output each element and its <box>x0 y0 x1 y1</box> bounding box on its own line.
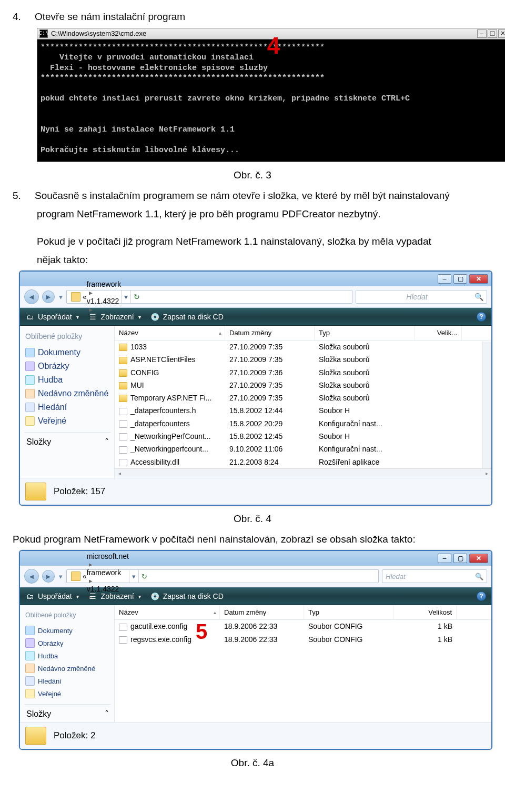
table-row[interactable]: MUI27.10.2009 7:35Složka souborů <box>115 379 491 392</box>
vertical-scrollbar[interactable] <box>482 342 491 468</box>
breadcrumb[interactable]: « microsoft.net▸framework▸v1.1.4322▸ ▾ ↻ <box>66 569 379 583</box>
table-row[interactable]: _dataperfcounters.h15.8.2002 12:44Soubor… <box>115 404 491 417</box>
table-row[interactable]: ASP.NETClientFiles27.10.2009 7:35Složka … <box>115 353 491 366</box>
sidebar-item[interactable]: Hudba <box>24 373 111 387</box>
sidebar-item[interactable]: Obrázky <box>24 637 111 649</box>
sidebar-item[interactable]: Dokumenty <box>24 346 111 359</box>
nav-history-dropdown[interactable]: ▾ <box>58 293 63 301</box>
nav-forward-button[interactable]: ► <box>42 290 55 303</box>
breadcrumb-segment[interactable]: v1.1.4322 <box>87 297 121 305</box>
listview-header[interactable]: Název ▴ Datum změny Typ Velikost <box>115 605 491 620</box>
sidebar-item[interactable]: Veřejné <box>24 414 111 428</box>
listview-header[interactable]: Název ▴ Datum změny Typ Velik... <box>115 326 491 340</box>
minimize-button[interactable]: – <box>438 274 451 284</box>
breadcrumb-prefix[interactable]: « <box>83 572 87 580</box>
search-input[interactable]: Hledat 🔍 <box>356 290 487 304</box>
table-row[interactable]: gacutil.exe.config18.9.2006 22:33Soubor … <box>115 620 491 633</box>
minimize-button[interactable]: – <box>477 29 487 38</box>
header-date[interactable]: Datum změny <box>220 605 304 619</box>
header-size[interactable]: Velikost <box>393 605 457 619</box>
toolbar-organise[interactable]: 🗂 Uspořádat ▾ <box>25 312 79 322</box>
maximize-button[interactable]: ▢ <box>453 554 467 563</box>
breadcrumb-dropdown[interactable]: ▾ <box>121 290 130 303</box>
sidebar-item-icon <box>25 689 35 698</box>
help-button[interactable]: ? <box>477 592 486 601</box>
close-button[interactable]: × <box>498 29 505 38</box>
sidebar-item[interactable]: Nedávno změněné <box>24 387 111 400</box>
search-placeholder: Hledat <box>386 573 406 580</box>
breadcrumb[interactable]: « framework▸v1.1.4322▸ ▾ ↻ <box>66 290 352 304</box>
sidebar-item-label: Hledání <box>38 403 67 412</box>
cell-type: Soubor CONFIG <box>304 620 393 633</box>
table-row[interactable]: _Networkingperfcount...9.10.2002 11:06Ko… <box>115 443 491 455</box>
sidebar-footer[interactable]: Složky ˄ <box>24 704 111 720</box>
cmd-title: C:\Windows\system32\cmd.exe <box>51 29 477 37</box>
step-4-number: 4. <box>13 9 25 25</box>
cell-type: Složka souborů <box>315 353 415 366</box>
sidebar-footer[interactable]: Složky ˄ <box>24 432 111 448</box>
table-row[interactable]: Accessibility.dll21.2.2003 8:24Rozšíření… <box>115 456 491 468</box>
sort-icon: ▴ <box>219 330 221 336</box>
search-input[interactable]: Hledat 🔍 <box>382 569 487 583</box>
sidebar-item[interactable]: Nedávno změněné <box>24 662 111 675</box>
cell-size <box>415 417 462 430</box>
header-type[interactable]: Typ <box>304 605 393 619</box>
burn-icon: 💿 <box>150 592 160 601</box>
table-row[interactable]: CONFIG27.10.2009 7:36Složka souborů <box>115 366 491 379</box>
sidebar-item[interactable]: Hledání <box>24 400 111 414</box>
table-row[interactable]: 103327.10.2009 7:35Složka souborů <box>115 340 491 353</box>
table-row[interactable]: _NetworkingPerfCount...15.8.2002 12:45So… <box>115 430 491 443</box>
table-row[interactable]: regsvcs.exe.config18.9.2006 22:33Soubor … <box>115 633 491 646</box>
cell-size <box>415 392 462 404</box>
refresh-button[interactable]: ↻ <box>130 290 142 303</box>
table-row[interactable]: Temporary ASP.NET Fi...27.10.2009 7:35Sl… <box>115 392 491 404</box>
header-date[interactable]: Datum změny <box>225 326 315 340</box>
cell-type: Složka souborů <box>315 379 415 392</box>
header-name[interactable]: Název ▴ <box>115 326 225 340</box>
sidebar-item[interactable]: Obrázky <box>24 359 111 373</box>
breadcrumb-segment[interactable]: framework <box>87 568 129 577</box>
scroll-right-button[interactable]: ▸ <box>482 470 491 476</box>
table-row[interactable]: _dataperfcounters15.8.2002 20:29Konfigur… <box>115 417 491 430</box>
maximize-button[interactable]: □ <box>488 29 497 38</box>
close-button[interactable]: ✕ <box>469 274 488 284</box>
help-button[interactable]: ? <box>477 312 486 322</box>
file-icon <box>119 395 127 402</box>
sidebar-item-icon <box>25 416 35 426</box>
folder-icon <box>25 483 46 500</box>
header-type[interactable]: Typ <box>315 326 415 340</box>
breadcrumb-segment[interactable]: microsoft.net <box>87 552 129 560</box>
toolbar-view[interactable]: ☰ Zobrazení ▾ <box>88 312 141 322</box>
sidebar-item[interactable]: Hledání <box>24 675 111 687</box>
breadcrumb-dropdown[interactable]: ▾ <box>129 570 138 583</box>
cell-name: Temporary ASP.NET Fi... <box>115 392 225 404</box>
annotation-4: 4 <box>267 33 280 59</box>
exp2-nav: ◄ ► ▾ « microsoft.net▸framework▸v1.1.432… <box>20 566 491 587</box>
header-size[interactable]: Velik... <box>415 326 462 340</box>
minimize-button[interactable]: – <box>438 554 451 563</box>
toolbar-view[interactable]: ☰ Zobrazení ▾ <box>88 592 141 601</box>
maximize-button[interactable]: ▢ <box>453 274 467 284</box>
sidebar-item[interactable]: Veřejné <box>24 687 111 700</box>
cell-size <box>415 443 462 455</box>
nav-back-button[interactable]: ◄ <box>24 569 39 584</box>
breadcrumb-prefix[interactable]: « <box>83 293 87 301</box>
nav-forward-button[interactable]: ► <box>42 570 55 583</box>
step-4-text: Otevře se nám instalační program <box>35 9 185 25</box>
toolbar-burn[interactable]: 💿 Zapsat na disk CD <box>150 592 224 601</box>
file-icon <box>119 433 127 440</box>
scroll-left-button[interactable]: ◂ <box>115 470 124 476</box>
sidebar-item[interactable]: Hudba <box>24 649 111 662</box>
nav-history-dropdown[interactable]: ▾ <box>58 573 63 580</box>
cell-date: 27.10.2009 7:35 <box>225 392 315 404</box>
toolbar-burn[interactable]: 💿 Zapsat na disk CD <box>150 312 224 322</box>
cell-name: CONFIG <box>115 366 225 379</box>
nav-back-button[interactable]: ◄ <box>24 289 39 304</box>
sidebar-item[interactable]: Dokumenty <box>24 624 111 637</box>
refresh-button[interactable]: ↻ <box>138 570 150 583</box>
breadcrumb-segment[interactable]: framework <box>87 280 121 288</box>
toolbar-organise[interactable]: 🗂 Uspořádat ▾ <box>25 592 79 601</box>
close-button[interactable]: ✕ <box>469 554 488 563</box>
horizontal-scrollbar[interactable]: ◂ ▸ <box>115 468 491 478</box>
header-name[interactable]: Název ▴ <box>115 605 220 619</box>
